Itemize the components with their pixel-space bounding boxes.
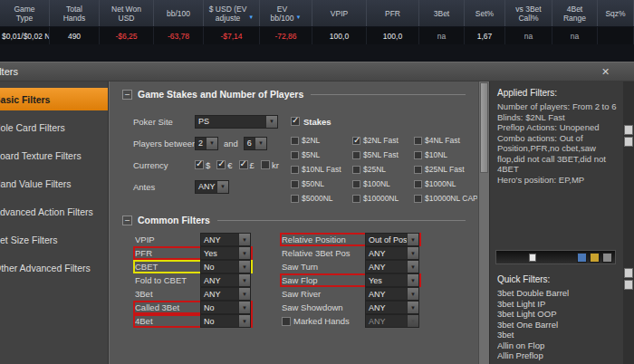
column-header[interactable]: 4Bet Range <box>552 0 598 26</box>
stake-checkbox[interactable] <box>414 166 422 174</box>
stake-item-10nl: $10NL <box>414 148 477 162</box>
quick-filter-item[interactable]: 3bet <box>497 330 620 340</box>
filter-dropdown-saw-turn[interactable]: ANY▼ <box>365 260 419 273</box>
currency-checkbox[interactable] <box>195 160 204 169</box>
quick-filter-item[interactable]: 3bet Double Barrel <box>497 288 620 299</box>
filter-dropdown-marked-hands[interactable]: ANY▼ <box>365 314 419 328</box>
column-header[interactable]: VPIP <box>312 0 367 26</box>
stake-label: $10NL Fast <box>302 165 341 174</box>
column-header[interactable]: vs 3Bet Call% <box>505 0 552 26</box>
stake-checkbox[interactable] <box>352 151 360 159</box>
stats-data-row[interactable]: $0,01/$0,02 NL490-$6,25-63,78-$7,14-72,8… <box>0 27 634 44</box>
chevron-down-icon: ▼ <box>206 138 217 149</box>
sidebar-item-bet-size-filters[interactable]: Bet Size Filters <box>0 228 108 251</box>
currency-checkbox[interactable] <box>261 160 270 169</box>
column-header[interactable]: bb/100 <box>154 0 204 26</box>
save-icon[interactable] <box>577 253 587 263</box>
dropdown-value: ANY <box>366 303 407 312</box>
folder-icon[interactable] <box>590 253 600 263</box>
stake-checkbox[interactable] <box>414 195 422 203</box>
column-header[interactable]: 3Bet <box>419 0 465 26</box>
stake-checkbox[interactable] <box>291 137 299 145</box>
stake-checkbox[interactable] <box>352 180 360 188</box>
column-header-label: vs 3Bet Call% <box>515 5 541 23</box>
filter-dropdown-pfr[interactable]: Yes▼ <box>200 246 251 260</box>
sidebar-item-hand-value-filters[interactable]: Hand Value Filters <box>0 172 108 195</box>
scrollbar-thumb[interactable] <box>480 82 488 173</box>
chevron-down-icon: ▼ <box>407 274 418 286</box>
column-header[interactable]: Game Type <box>0 0 50 26</box>
sidebar-item-basic-filters[interactable]: Basic Filters <box>0 88 108 110</box>
delete-icon[interactable] <box>602 253 612 263</box>
column-header[interactable]: Sqz% <box>598 0 634 26</box>
dialog-title: Filters <box>0 66 18 77</box>
filter-dropdown-relative-position[interactable]: Out of Posi▼ <box>365 233 419 246</box>
players-max-dropdown[interactable]: 6 ▼ <box>244 137 267 150</box>
stat-cell: 100,0 <box>312 27 367 44</box>
column-header[interactable]: EV bb/100▼ <box>260 0 312 26</box>
filter-dropdown-relative-3bet-pos[interactable]: ANY▼ <box>365 246 419 260</box>
section-title-common: Common Filters <box>138 215 210 225</box>
column-header[interactable]: $ USD (EV adjuste▼ <box>204 0 260 26</box>
chevron-down-icon: ▼ <box>238 274 250 286</box>
marked-hands-checkbox[interactable] <box>282 317 291 326</box>
close-icon[interactable]: ✕ <box>599 65 612 79</box>
chevron-down-icon: ▼ <box>238 247 250 259</box>
column-header[interactable]: Total Hands <box>50 0 100 26</box>
stat-cell: na <box>419 27 465 44</box>
quick-filter-item[interactable]: 3bet One Barrel <box>497 320 620 330</box>
dialog-titlebar[interactable]: Filters ✕ <box>0 62 634 81</box>
stake-checkbox[interactable] <box>291 151 299 159</box>
sidebar-item-advanced-action-filters[interactable]: Advanced Action Filters <box>0 200 108 223</box>
filter-dropdown-3bet[interactable]: ANY▼ <box>200 287 251 301</box>
antes-dropdown[interactable]: ANY ▼ <box>195 180 229 194</box>
stake-checkbox[interactable] <box>291 166 299 174</box>
filter-dropdown-fold-to-cbet[interactable]: ANY▼ <box>200 273 251 287</box>
quick-filter-item[interactable]: Allin on Flop <box>497 340 620 351</box>
stake-checkbox[interactable] <box>414 180 422 188</box>
filter-dropdown-saw-river[interactable]: ANY▼ <box>365 287 419 301</box>
collapse-icon[interactable]: – <box>122 216 132 225</box>
players-min-dropdown[interactable]: 2 ▼ <box>195 137 218 150</box>
stake-checkbox[interactable] <box>352 166 360 174</box>
main-scrollbar[interactable] <box>478 81 489 364</box>
filter-dropdown-saw-flop[interactable]: Yes▼ <box>365 273 419 287</box>
poker-site-dropdown[interactable]: PS ▼ <box>195 115 278 129</box>
stake-checkbox[interactable] <box>291 195 299 203</box>
scrollbar-thumb[interactable] <box>624 137 633 147</box>
stake-checkbox[interactable] <box>414 137 422 145</box>
sidebar-item-board-texture-filters[interactable]: Board Texture Filters <box>0 144 108 167</box>
column-header[interactable]: PFR <box>367 0 419 26</box>
chevron-down-icon: ▼ <box>238 288 250 300</box>
stake-label: $100NL <box>363 179 390 188</box>
filter-row-saw-flop: Saw FlopYes▼ <box>280 273 421 287</box>
sidebar-item-hole-card-filters[interactable]: Hole Card Filters <box>0 116 108 139</box>
filter-dropdown-4bet[interactable]: No▼ <box>200 314 251 328</box>
quick-filter-item[interactable]: 3bet Light OOP <box>497 309 620 320</box>
scrollbar-thumb[interactable] <box>624 268 633 278</box>
sidebar-item-other-advanced-filters[interactable]: Other Advanced Filters <box>0 256 108 279</box>
filter-row-marked-hands: Marked HandsANY▼ <box>280 314 421 328</box>
column-header[interactable]: Net Won USD <box>100 0 154 26</box>
currency-checkbox[interactable] <box>239 160 248 169</box>
quick-filter-item[interactable]: Allin Preflop <box>497 350 620 361</box>
stake-checkbox[interactable] <box>352 195 360 203</box>
currency-checkbox[interactable] <box>216 160 226 169</box>
dropdown-value: ANY <box>201 235 238 244</box>
stake-checkbox[interactable] <box>291 180 299 188</box>
stakes-checkbox[interactable] <box>291 117 300 126</box>
filter-dropdown-vpip[interactable]: ANY▼ <box>200 233 251 246</box>
filter-dropdown-called-3bet[interactable]: No▼ <box>200 301 251 314</box>
filter-dropdown-saw-showdown[interactable]: ANY▼ <box>365 301 419 314</box>
scrollbar-thumb[interactable] <box>624 125 633 135</box>
column-header[interactable]: Set% <box>465 0 505 26</box>
currency-label: € <box>227 160 232 170</box>
scrollbar-thumb[interactable] <box>624 280 633 290</box>
slider-handle[interactable] <box>529 254 536 262</box>
filter-label: 4Bet <box>135 316 200 326</box>
quick-filter-item[interactable]: 3bet Light IP <box>497 299 620 310</box>
stake-checkbox[interactable] <box>414 151 422 159</box>
collapse-icon[interactable]: – <box>122 90 132 100</box>
stake-checkbox[interactable] <box>352 137 360 145</box>
filter-dropdown-cbet[interactable]: No▼ <box>200 260 251 273</box>
